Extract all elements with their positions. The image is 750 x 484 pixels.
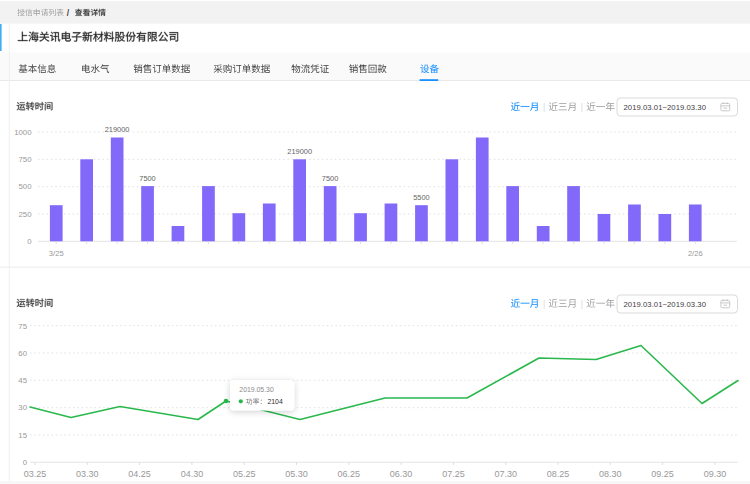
- svg-text:08.25: 08.25: [547, 469, 570, 479]
- svg-text:03.25: 03.25: [24, 469, 47, 479]
- svg-text:2104: 2104: [267, 398, 282, 405]
- svg-text:2/26: 2/26: [688, 249, 703, 258]
- svg-text:06.30: 06.30: [390, 469, 413, 479]
- svg-text:|: |: [581, 299, 583, 309]
- svg-text:60: 60: [18, 349, 27, 358]
- svg-text:07.30: 07.30: [494, 469, 517, 479]
- svg-text:30: 30: [18, 403, 27, 412]
- svg-text:15: 15: [18, 431, 27, 440]
- svg-text:1000: 1000: [14, 128, 32, 137]
- svg-text:05.30: 05.30: [285, 469, 308, 479]
- svg-text:|: |: [581, 102, 583, 112]
- svg-text:03.30: 03.30: [76, 469, 99, 479]
- svg-text:04.30: 04.30: [181, 469, 204, 479]
- svg-text:0: 0: [27, 237, 32, 246]
- svg-text:45: 45: [18, 376, 27, 385]
- svg-text:05.25: 05.25: [233, 469, 256, 479]
- svg-text:2019.03.01~2019.03.30: 2019.03.01~2019.03.30: [624, 300, 707, 309]
- svg-text:7500: 7500: [322, 174, 338, 183]
- svg-text:219000: 219000: [287, 147, 312, 156]
- svg-text:06.25: 06.25: [338, 469, 361, 479]
- svg-text:08.30: 08.30: [599, 469, 622, 479]
- svg-text:7500: 7500: [139, 174, 155, 183]
- svg-text:09.30: 09.30: [704, 469, 727, 479]
- svg-text:09.25: 09.25: [651, 469, 674, 479]
- svg-text:219000: 219000: [105, 125, 130, 134]
- svg-text:04.25: 04.25: [128, 469, 151, 479]
- svg-text:2019.05.30: 2019.05.30: [239, 386, 274, 393]
- svg-text:07.25: 07.25: [442, 469, 465, 479]
- svg-text:5500: 5500: [413, 193, 429, 202]
- svg-text:0: 0: [23, 458, 28, 467]
- svg-text:3/25: 3/25: [49, 249, 64, 258]
- svg-text:250: 250: [18, 210, 32, 219]
- svg-text:75: 75: [18, 322, 27, 331]
- svg-text:|: |: [543, 299, 545, 309]
- svg-text:|: |: [543, 102, 545, 112]
- svg-text:2019.03.01~2019.03.30: 2019.03.01~2019.03.30: [624, 103, 707, 112]
- svg-text:500: 500: [18, 182, 32, 191]
- svg-text:750: 750: [18, 155, 32, 164]
